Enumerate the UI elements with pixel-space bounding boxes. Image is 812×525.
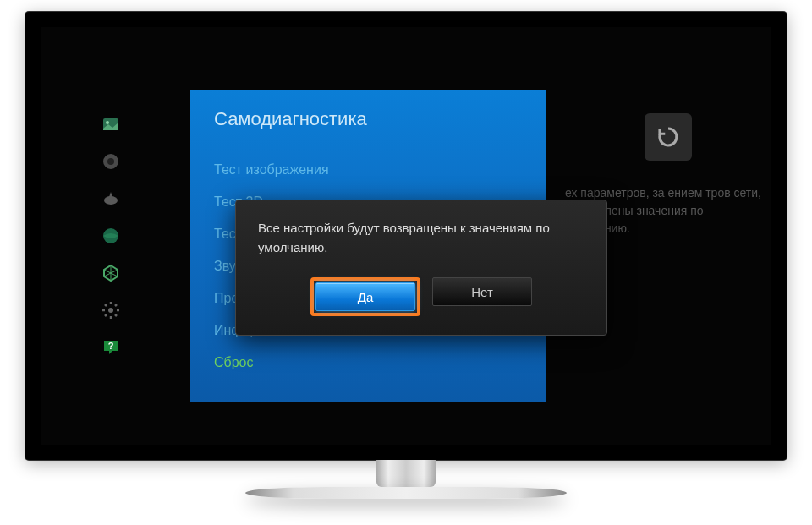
menu-item-reset[interactable]: Сброс — [214, 347, 522, 379]
smart-icon[interactable] — [98, 260, 123, 286]
no-button[interactable]: Нет — [432, 277, 532, 306]
menu-item-picture-test[interactable]: Тест изображения — [214, 154, 522, 186]
tv-frame: ? Самодиагностика Тест изображения Тест … — [25, 12, 787, 460]
picture-icon[interactable] — [98, 112, 123, 137]
svg-point-3 — [107, 158, 114, 165]
focused-button-highlight: Да — [310, 277, 420, 316]
support-icon[interactable]: ? — [98, 335, 123, 360]
tv-screen: ? Самодиагностика Тест изображения Тест … — [41, 27, 771, 445]
settings-sidebar: ? — [98, 112, 132, 360]
svg-point-6 — [108, 308, 113, 313]
yes-button[interactable]: Да — [315, 282, 415, 311]
dialog-buttons: Да Нет — [258, 277, 584, 316]
broadcast-icon[interactable] — [98, 186, 123, 211]
svg-point-4 — [104, 196, 118, 205]
reset-icon — [645, 113, 692, 161]
sound-icon[interactable] — [98, 149, 123, 174]
svg-text:?: ? — [108, 341, 114, 351]
panel-title: Самодиагностика — [214, 108, 522, 130]
confirm-reset-dialog: Все настройки будут возвращены к значени… — [235, 200, 607, 336]
svg-point-1 — [106, 121, 109, 124]
dialog-message: Все настройки будут возвращены к значени… — [258, 219, 584, 257]
system-icon[interactable] — [98, 298, 123, 323]
tv-stand-base — [245, 487, 567, 499]
network-icon[interactable] — [98, 223, 123, 249]
tv-stand-neck — [376, 460, 436, 487]
